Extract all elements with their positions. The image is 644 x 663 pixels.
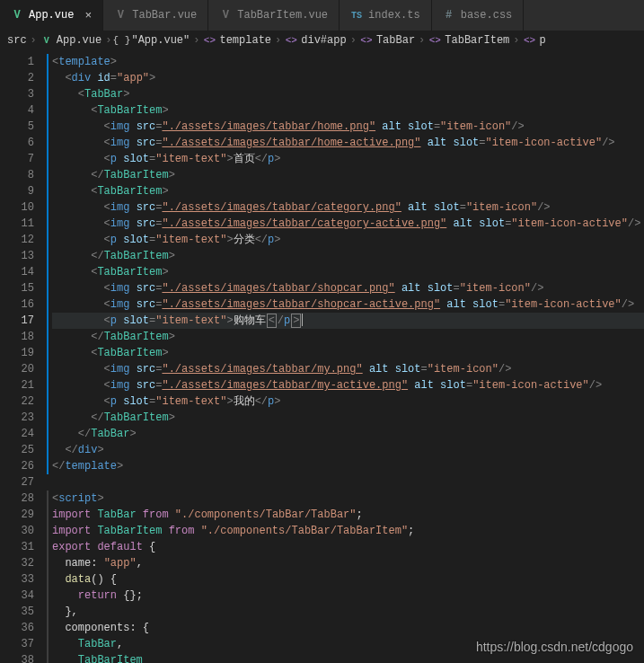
- code-line[interactable]: <img src="./assets/images/tabbar/home.pn…: [52, 119, 644, 135]
- code-line[interactable]: <img src="./assets/images/tabbar/categor…: [52, 199, 644, 216]
- code-line[interactable]: <img src="./assets/images/tabbar/my.png"…: [52, 361, 644, 377]
- hash-icon: #: [443, 9, 455, 22]
- fold-bar: [47, 50, 52, 663]
- code-line[interactable]: </TabBarItem>: [52, 167, 644, 183]
- line-numbers: 1234567891011121314151617181920212223242…: [0, 50, 47, 663]
- tab-label: App.vue: [29, 9, 74, 22]
- code-line[interactable]: return {};: [52, 588, 644, 604]
- code-line[interactable]: <img src="./assets/images/tabbar/shopcar…: [52, 280, 644, 296]
- code-line[interactable]: components: {: [52, 620, 644, 636]
- breadcrumb[interactable]: src › VApp.vue › { }"App.vue" › <>templa…: [0, 31, 644, 50]
- code-line[interactable]: </TabBarItem>: [52, 329, 644, 345]
- code-line[interactable]: <template>: [52, 54, 644, 70]
- code-line[interactable]: <TabBarItem>: [52, 102, 644, 119]
- tab-tabbar-vue[interactable]: V TabBar.vue: [103, 0, 208, 31]
- code-line[interactable]: data() {: [52, 571, 644, 588]
- tag-icon: <>: [203, 34, 216, 47]
- tag-icon: <>: [524, 34, 536, 47]
- code-line[interactable]: <img src="./assets/images/tabbar/categor…: [52, 216, 644, 232]
- crumb-tabbar: <>TabBar: [360, 34, 415, 47]
- ts-icon: TS: [350, 9, 363, 22]
- code-line[interactable]: <TabBarItem>: [52, 183, 644, 199]
- code-line[interactable]: [52, 474, 644, 491]
- code-line[interactable]: </TabBar>: [52, 426, 644, 442]
- code-line[interactable]: export default {: [52, 539, 644, 555]
- code-line[interactable]: <TabBarItem>: [52, 264, 644, 280]
- code-editor[interactable]: 1234567891011121314151617181920212223242…: [0, 50, 644, 663]
- tab-label: base.css: [461, 9, 513, 22]
- tab-base-css[interactable]: # base.css: [432, 0, 525, 31]
- code-line[interactable]: import TabBarItem from "./components/Tab…: [52, 523, 644, 539]
- crumb-template: <>template: [203, 34, 271, 47]
- code-line[interactable]: <img src="./assets/images/tabbar/home-ac…: [52, 135, 644, 151]
- vue-icon: V: [219, 9, 232, 22]
- crumb-app: VApp.vue: [40, 34, 101, 47]
- code-area[interactable]: <template> <div id="app"> <TabBar> <TabB…: [52, 50, 644, 663]
- code-line[interactable]: </template>: [52, 458, 644, 474]
- crumb-div: <>div#app: [285, 34, 346, 47]
- code-line[interactable]: <p slot="item-text">首页</p>: [52, 151, 644, 167]
- watermark: https://blog.csdn.net/cdgogo: [476, 640, 633, 654]
- tag-icon: <>: [428, 34, 441, 47]
- tab-index-ts[interactable]: TS index.ts: [340, 0, 432, 31]
- code-line[interactable]: </div>: [52, 442, 644, 458]
- crumb-tabbaritem: <>TabBarItem: [428, 34, 509, 47]
- crumb-src: src: [7, 34, 27, 47]
- code-line[interactable]: import TabBar from "./components/TabBar/…: [52, 507, 644, 523]
- code-line[interactable]: <p slot="item-text">我的</p>: [52, 393, 644, 410]
- code-line[interactable]: <img src="./assets/images/tabbar/shopcar…: [52, 296, 644, 313]
- tab-label: TabBarItem.vue: [237, 9, 328, 22]
- code-line[interactable]: <TabBar>: [52, 86, 644, 102]
- vue-icon: V: [40, 34, 53, 47]
- code-line[interactable]: <div id="app">: [52, 70, 644, 86]
- crumb-module: { }"App.vue": [115, 34, 190, 47]
- code-line[interactable]: </TabBarItem>: [52, 248, 644, 264]
- vue-icon: V: [114, 9, 127, 22]
- tag-icon: <>: [360, 34, 373, 47]
- vue-icon: V: [11, 9, 23, 22]
- code-line[interactable]: </TabBarItem>: [52, 410, 644, 426]
- code-line[interactable]: <img src="./assets/images/tabbar/my-acti…: [52, 377, 644, 393]
- code-line[interactable]: },: [52, 604, 644, 620]
- tab-label: TabBar.vue: [132, 9, 197, 22]
- code-line[interactable]: <TabBarItem>: [52, 345, 644, 361]
- tab-tabbaritem-vue[interactable]: V TabBarItem.vue: [208, 0, 340, 31]
- code-line[interactable]: <script>: [52, 491, 644, 507]
- tab-app-vue[interactable]: V App.vue ×: [0, 0, 103, 31]
- close-icon[interactable]: ×: [84, 9, 92, 22]
- tab-label: index.ts: [368, 9, 420, 22]
- brace-icon: { }: [115, 34, 128, 47]
- code-line[interactable]: <p slot="item-text">分类</p>: [52, 232, 644, 248]
- editor-tabs: V App.vue × V TabBar.vue V TabBarItem.vu…: [0, 0, 644, 31]
- tag-icon: <>: [285, 34, 297, 47]
- code-line[interactable]: <p slot="item-text">购物车</p>: [52, 313, 644, 329]
- code-line[interactable]: name: "app",: [52, 555, 644, 571]
- crumb-p: <>p: [524, 34, 546, 47]
